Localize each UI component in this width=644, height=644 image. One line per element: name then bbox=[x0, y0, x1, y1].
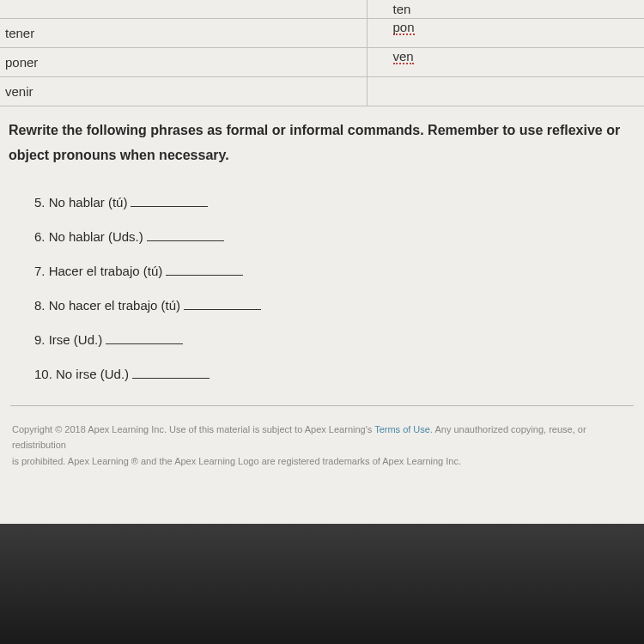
answer-blank[interactable] bbox=[131, 194, 208, 207]
answer-blank[interactable] bbox=[147, 228, 224, 241]
verb-cell: poner bbox=[0, 48, 368, 76]
verb-cell: tener bbox=[0, 19, 368, 47]
answer-blank[interactable] bbox=[166, 263, 243, 276]
question-number: 8 bbox=[34, 298, 41, 313]
command-cell: ven bbox=[368, 48, 645, 76]
verb-cell bbox=[0, 0, 368, 18]
instructions-text: Rewrite the following phrases as formal … bbox=[0, 106, 644, 175]
verb-cell: venir bbox=[0, 77, 368, 106]
question-text: No hablar (Uds.) bbox=[49, 229, 143, 244]
question-item: 8. No hacer el trabajo (tú) bbox=[34, 297, 635, 313]
question-number: 6 bbox=[34, 229, 41, 244]
worksheet-page: ten tener pon poner ven venir Rewrite th… bbox=[0, 0, 644, 524]
question-text: No hacer el trabajo (tú) bbox=[49, 298, 180, 313]
answer-blank[interactable] bbox=[106, 331, 183, 344]
question-text: No irse (Ud.) bbox=[56, 367, 129, 381]
monitor-bezel bbox=[0, 524, 644, 644]
question-text: No hablar (tú) bbox=[49, 195, 128, 210]
table-row: ten bbox=[0, 0, 644, 19]
copyright-footer: Copyright © 2018 Apex Learning Inc. Use … bbox=[0, 406, 644, 470]
question-item: 5. No hablar (tú) bbox=[34, 194, 635, 210]
command-cell bbox=[368, 77, 645, 106]
question-number: 10 bbox=[34, 367, 49, 381]
footer-text: Copyright © 2018 Apex Learning Inc. Use … bbox=[12, 424, 374, 434]
question-item: 7. Hacer el trabajo (tú) bbox=[34, 263, 635, 278]
command-cell: pon bbox=[368, 19, 645, 47]
question-number: 9 bbox=[34, 332, 41, 347]
command-cell: ten bbox=[368, 0, 645, 18]
table-row: poner ven bbox=[0, 48, 644, 77]
question-item: 6. No hablar (Uds.) bbox=[34, 228, 635, 244]
question-text: Irse (Ud.) bbox=[49, 332, 103, 347]
question-number: 5 bbox=[34, 195, 41, 210]
answer-blank[interactable] bbox=[132, 366, 210, 379]
answer-blank[interactable] bbox=[184, 297, 261, 310]
terms-link[interactable]: Terms of Use bbox=[374, 424, 430, 434]
question-item: 10. No irse (Ud.) bbox=[34, 366, 635, 381]
footer-text: is prohibited. Apex Learning ® and the A… bbox=[12, 456, 461, 466]
question-list: 5. No hablar (tú) 6. No hablar (Uds.) 7.… bbox=[0, 194, 644, 381]
question-item: 9. Irse (Ud.) bbox=[34, 331, 635, 347]
table-row: tener pon bbox=[0, 19, 644, 48]
verb-table: ten tener pon poner ven venir bbox=[0, 0, 644, 106]
question-number: 7 bbox=[34, 264, 41, 278]
table-row: venir bbox=[0, 77, 644, 106]
question-text: Hacer el trabajo (tú) bbox=[49, 264, 163, 278]
